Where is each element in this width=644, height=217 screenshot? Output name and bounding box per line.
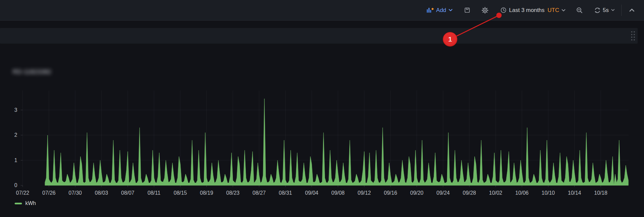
add-button-label: Add: [436, 7, 446, 14]
chevron-down-icon: [611, 9, 615, 11]
legend-series-label: kWh: [25, 200, 36, 206]
chevron-down-icon: [448, 9, 453, 12]
refresh-picker: 5s: [591, 5, 618, 16]
save-floppy-icon: [464, 7, 470, 13]
magnifier-minus-icon: [576, 7, 583, 14]
dashboard-settings-button[interactable]: [478, 5, 492, 16]
time-range-picker[interactable]: Last 3 months UTC: [497, 5, 569, 16]
annotation-step-badge: 1: [443, 32, 457, 47]
bar-chart-plus-icon: [426, 7, 434, 13]
gear-icon: [482, 7, 488, 14]
timezone-label: UTC: [548, 7, 559, 14]
legend-item-kwh[interactable]: kWh: [15, 200, 36, 206]
legend-series-swatch: [15, 203, 22, 204]
zoom-out-time-button[interactable]: [573, 5, 586, 16]
clock-icon: [500, 7, 507, 13]
refresh-interval-label: 5s: [603, 7, 609, 14]
grafana-dashboard: Add: [0, 0, 644, 217]
dashboard-toolbar: Add: [0, 0, 644, 21]
timeseries-plot[interactable]: [0, 0, 644, 217]
refresh-interval-dropdown[interactable]: 5s: [602, 5, 618, 16]
refresh-button[interactable]: [591, 5, 602, 16]
collapse-toolbar-button[interactable]: [626, 6, 638, 14]
refresh-icon: [594, 7, 601, 14]
annotation-step-number: 1: [448, 35, 452, 43]
save-dashboard-button[interactable]: [461, 5, 474, 15]
chevron-up-icon: [629, 8, 635, 12]
toolbar-divider: [621, 5, 622, 16]
chevron-down-icon: [562, 9, 565, 12]
time-range-label: Last 3 months: [509, 7, 545, 14]
add-panel-button[interactable]: Add: [423, 5, 456, 16]
